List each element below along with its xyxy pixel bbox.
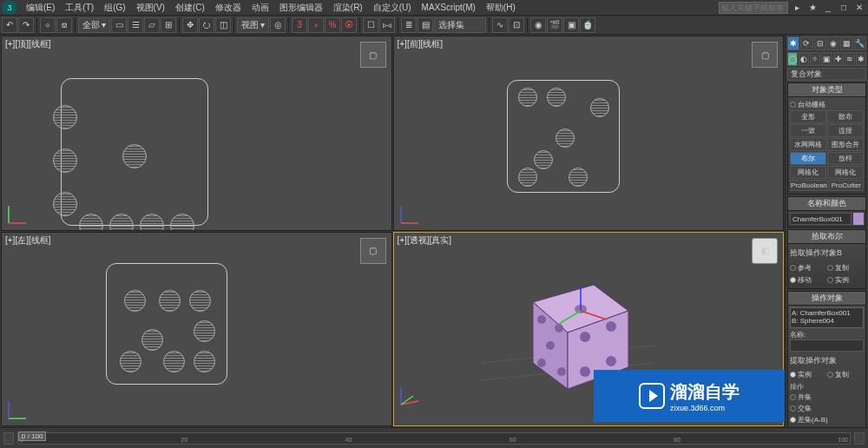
minimize-button[interactable]: _ [821, 2, 835, 14]
btn-blobmesh[interactable]: 水网网格 [790, 138, 826, 151]
menu-graph[interactable]: 图形编辑器 [274, 2, 328, 14]
btn-shapemerge[interactable]: 图形合并 [827, 138, 864, 151]
rollout-header[interactable]: 拾取布尔 [788, 230, 865, 244]
menu-modifiers[interactable]: 修改器 [210, 2, 247, 14]
selection-filter[interactable]: 全部 ▾ [78, 17, 110, 33]
modify-tab[interactable]: ⟳ [800, 36, 812, 50]
menu-help[interactable]: 帮助(H) [481, 2, 521, 14]
category-dropdown[interactable]: 复合对象 [787, 68, 866, 81]
timeline-right-btn[interactable] [854, 432, 865, 445]
op-union[interactable]: 并集 [798, 392, 812, 402]
operands-list[interactable]: A: ChamferBox001 B: Sphere004 [790, 307, 864, 328]
menu-create[interactable]: 创建(C) [170, 2, 210, 14]
viewport-front[interactable]: [+][前][线框] ▢ [393, 36, 785, 231]
viewport-top-label[interactable]: [+][顶][线框] [5, 38, 51, 50]
menu-edit[interactable]: 编辑(E) [21, 2, 60, 14]
align-button[interactable]: ≣ [401, 17, 417, 33]
create-tab[interactable]: ✱ [787, 36, 799, 50]
search-input[interactable] [719, 2, 788, 14]
curve-editor-button[interactable]: ∿ [492, 17, 508, 33]
operand-a[interactable]: A: ChamferBox001 [792, 309, 862, 317]
percent-snap-button[interactable]: % [325, 17, 340, 33]
select-name-button[interactable]: ☰ [128, 17, 143, 33]
rollout-header[interactable]: 操作对象 [788, 292, 865, 306]
window-cross-button[interactable]: ⊞ [161, 17, 176, 33]
op-sub-ba[interactable]: 差集(B-A) [798, 426, 828, 427]
display-tab[interactable]: ▦ [840, 36, 852, 50]
timeline-left-btn[interactable] [3, 432, 14, 445]
ext-copy[interactable]: 复制 [835, 370, 849, 379]
named-sel-dropdown[interactable]: 选择集 [434, 17, 486, 33]
scale-button[interactable]: ◫ [215, 17, 231, 33]
rollout-header[interactable]: 名称和颜色 [788, 197, 865, 211]
viewcube-left[interactable]: ▢ [360, 238, 386, 264]
btn-morph[interactable]: 变形 [790, 110, 826, 123]
motion-tab[interactable]: ◉ [827, 36, 839, 50]
object-name-field[interactable]: ChamferBox001 [790, 213, 852, 225]
select-region-button[interactable]: ▱ [144, 17, 160, 33]
mirror-button[interactable]: ▹◃ [379, 17, 395, 33]
move-button[interactable]: ✥ [182, 17, 198, 33]
ext-instance[interactable]: 实例 [798, 370, 812, 379]
layer-button[interactable]: ▤ [418, 17, 433, 33]
btn-loft[interactable]: 放样 [827, 152, 864, 165]
time-slider[interactable]: 0 / 100 0 20406080 100 [17, 432, 851, 445]
app-logo[interactable]: 3 [2, 1, 17, 15]
color-swatch[interactable] [853, 213, 864, 225]
close-button[interactable]: ✕ [852, 2, 866, 14]
pick-operand-button[interactable]: 拾取操作对象B [790, 246, 864, 260]
viewport-persp-label[interactable]: [+][透视][真实] [398, 234, 452, 247]
helpers-icon[interactable]: ✚ [833, 52, 844, 66]
btn-procutter[interactable]: ProCutter [829, 180, 864, 191]
menu-tools[interactable]: 工具(T) [60, 2, 99, 14]
render-frame-button[interactable]: ▣ [563, 17, 579, 33]
select-button[interactable]: ▭ [111, 17, 127, 33]
redo-button[interactable]: ↷ [18, 17, 34, 33]
autogrid-check[interactable]: 自动栅格 [798, 100, 825, 109]
space-warps-icon[interactable]: ≋ [845, 52, 855, 66]
btn-connect[interactable]: 连接 [827, 124, 864, 137]
operand-name-field[interactable] [790, 339, 864, 352]
help-icon[interactable]: ▸ [790, 2, 804, 14]
extract-button[interactable]: 提取操作对象 [790, 353, 864, 368]
center-button[interactable]: ◎ [270, 17, 286, 33]
geometry-icon[interactable]: ◯ [787, 52, 798, 66]
viewport-front-label[interactable]: [+][前][线框] [398, 38, 444, 50]
named-sel-button[interactable]: ☐ [363, 17, 378, 33]
menu-render[interactable]: 渲染(R) [328, 2, 368, 14]
unlink-button[interactable]: ⟏ [56, 17, 72, 33]
btn-scatter[interactable]: 散布 [827, 110, 864, 123]
operand-b[interactable]: B: Sphere004 [792, 317, 862, 325]
menu-views[interactable]: 视图(V) [131, 2, 170, 14]
menu-group[interactable]: 组(G) [99, 2, 130, 14]
viewport-left-label[interactable]: [+][左][线框] [5, 234, 51, 247]
link-button[interactable]: ⟐ [40, 17, 56, 33]
viewcube-persp[interactable]: ◧ [752, 238, 778, 264]
rollout-header[interactable]: 对象类型 [788, 83, 865, 97]
shapes-icon[interactable]: ◐ [799, 52, 809, 66]
viewcube-front[interactable]: ▢ [752, 42, 778, 68]
maximize-button[interactable]: □ [837, 2, 851, 14]
material-button[interactable]: ◉ [530, 17, 546, 33]
viewcube-top[interactable]: ▢ [360, 42, 386, 68]
angle-snap-button[interactable]: ⦠ [308, 17, 324, 33]
cameras-icon[interactable]: ▣ [821, 52, 832, 66]
copy-radio[interactable]: 复制 [835, 263, 849, 273]
menu-maxscript[interactable]: MAXScript(M) [417, 3, 481, 12]
btn-conform[interactable]: 一致 [790, 124, 826, 137]
render-setup-button[interactable]: 🎬 [547, 17, 562, 33]
move-radio[interactable]: 移动 [798, 275, 812, 285]
spinner-snap-button[interactable]: ⦿ [341, 17, 357, 33]
lights-icon[interactable]: ✧ [810, 52, 820, 66]
btn-mesher2[interactable]: 网格化 [827, 166, 864, 179]
menu-animation[interactable]: 动画 [247, 2, 274, 14]
snap-button[interactable]: 3 [292, 17, 307, 33]
undo-button[interactable]: ↶ [2, 17, 17, 33]
btn-proboolean[interactable]: ProBoolean [790, 180, 828, 191]
btn-mesher[interactable]: 网格化 [790, 166, 826, 179]
viewport-left[interactable]: [+][左][线框] ▢ [1, 232, 392, 427]
render-button[interactable]: 🍵 [580, 17, 595, 33]
rotate-button[interactable]: ⭮ [199, 17, 214, 33]
schematic-button[interactable]: ⊡ [509, 17, 524, 33]
op-intersect[interactable]: 交集 [798, 404, 812, 413]
